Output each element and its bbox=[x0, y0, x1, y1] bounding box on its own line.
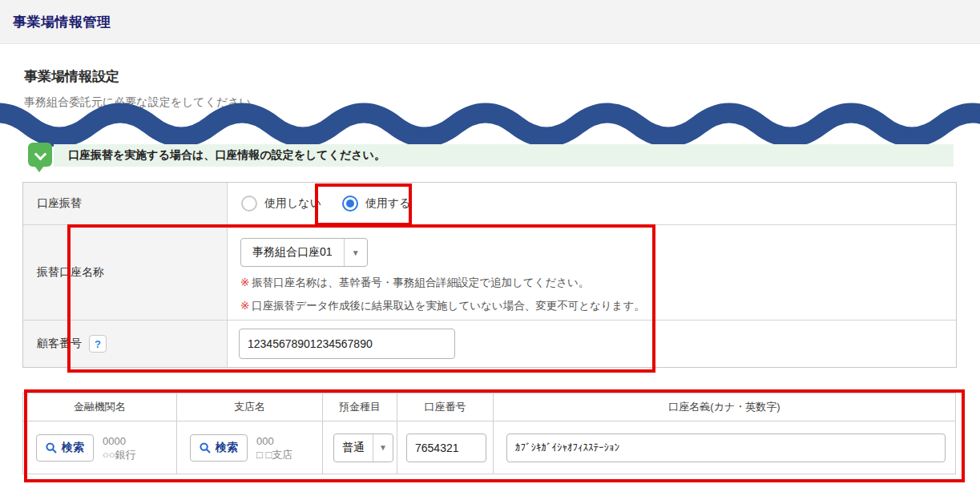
transfer-account-select[interactable]: 事務組合口座01 ▼ bbox=[240, 238, 368, 267]
radio-unchecked-icon[interactable] bbox=[241, 196, 257, 212]
note-marker: ※ bbox=[240, 276, 249, 288]
bank-name: ○○銀行 bbox=[103, 448, 136, 462]
customer-number-input[interactable] bbox=[239, 329, 455, 359]
row-value: 事務組合口座01 ▼ ※振替口座名称は、基幹番号・事務組合詳細設定で追加してくだ… bbox=[228, 225, 956, 320]
row-value bbox=[228, 321, 956, 367]
bank-account-table: 金融機関名 支店名 預金種目 口座番号 口座名義(カナ・英数字) bbox=[22, 393, 956, 474]
branch-code-name: 000 □ □支店 bbox=[256, 434, 292, 462]
account-number-input[interactable] bbox=[406, 434, 486, 462]
chevron-down-icon[interactable]: ▼ bbox=[344, 239, 367, 266]
page-header: 事業場情報管理 bbox=[0, 0, 980, 44]
account-holder-cell bbox=[494, 421, 956, 474]
col-header-account-number: 口座番号 bbox=[397, 393, 494, 421]
radio-label: 使用する bbox=[365, 196, 411, 211]
radio-checked-icon[interactable] bbox=[342, 196, 358, 212]
bank-code: 0000 bbox=[103, 434, 136, 448]
note-marker: ※ bbox=[240, 300, 249, 312]
radio-option-use[interactable]: 使用する bbox=[342, 196, 411, 212]
account-holder-input[interactable] bbox=[506, 434, 946, 462]
deposit-type-cell: 普通 ▼ bbox=[323, 421, 397, 474]
form-row-kokyaku-bangou: 顧客番号 ? bbox=[23, 320, 956, 367]
branch-name: □ □支店 bbox=[256, 448, 292, 462]
deposit-type-select[interactable]: 普通 ▼ bbox=[333, 434, 393, 462]
account-number-cell bbox=[397, 421, 494, 474]
section-title: 事業場情報設定 bbox=[24, 67, 119, 86]
bank-table-header-row: 金融機関名 支店名 預金種目 口座番号 口座名義(カナ・英数字) bbox=[23, 393, 956, 421]
form-row-kouza-furikae: 口座振替 使用しない 使用する bbox=[23, 183, 956, 224]
info-banner: 口座振替を実施する場合は、口座情報の設定をしてください。 bbox=[54, 144, 954, 167]
bank-table-data-row: 検索 0000 ○○銀行 bbox=[23, 421, 956, 474]
row-label-text: 顧客番号 bbox=[37, 337, 82, 351]
row-value: 使用しない 使用する bbox=[228, 183, 956, 224]
chevron-down-icon[interactable]: ▼ bbox=[373, 434, 393, 462]
chevron-down-icon[interactable] bbox=[28, 143, 52, 167]
col-header-bank: 金融機関名 bbox=[23, 393, 177, 421]
select-value: 普通 bbox=[334, 434, 373, 462]
note-text: 振替口座名称は、基幹番号・事務組合詳細設定で追加してください。 bbox=[252, 276, 589, 288]
note-line: ※口座振替データ作成後に結果取込を実施していない場合、変更不可となります。 bbox=[240, 299, 956, 313]
search-icon bbox=[46, 442, 57, 454]
branch-code: 000 bbox=[256, 434, 292, 448]
page-title: 事業場情報管理 bbox=[13, 13, 111, 31]
page: 事業場情報管理 事業場情報設定 事務組合委託元に必要な設定をしてください。 口座… bbox=[0, 0, 980, 492]
search-button-label: 検索 bbox=[216, 441, 238, 455]
select-value: 事務組合口座01 bbox=[241, 239, 344, 266]
search-icon bbox=[200, 442, 211, 454]
col-header-account-holder: 口座名義(カナ・英数字) bbox=[494, 393, 956, 421]
branch-search-button[interactable]: 検索 bbox=[190, 434, 248, 462]
bank-cell: 検索 0000 ○○銀行 bbox=[23, 421, 177, 474]
col-header-branch: 支店名 bbox=[177, 393, 323, 421]
info-banner-text: 口座振替を実施する場合は、口座情報の設定をしてください。 bbox=[68, 148, 385, 163]
row-label: 振替口座名称 bbox=[23, 225, 228, 320]
radio-option-not-use[interactable]: 使用しない bbox=[241, 196, 321, 212]
row-label: 口座振替 bbox=[23, 183, 228, 224]
bank-code-name: 0000 ○○銀行 bbox=[103, 434, 136, 462]
row-label: 顧客番号 ? bbox=[23, 321, 228, 367]
col-header-deposit-type: 預金種目 bbox=[323, 393, 397, 421]
account-transfer-form: 口座振替 使用しない 使用する 振替口座名称 事務組合口座01 ▼ bbox=[22, 182, 957, 368]
search-button-label: 検索 bbox=[62, 441, 84, 455]
help-icon[interactable]: ? bbox=[89, 335, 107, 353]
radio-label: 使用しない bbox=[264, 196, 321, 211]
bank-search-button[interactable]: 検索 bbox=[36, 434, 94, 462]
note-line: ※振替口座名称は、基幹番号・事務組合詳細設定で追加してください。 bbox=[240, 276, 956, 290]
branch-cell: 検索 000 □ □支店 bbox=[177, 421, 323, 474]
form-row-furikae-kouza-meishou: 振替口座名称 事務組合口座01 ▼ ※振替口座名称は、基幹番号・事務組合詳細設定… bbox=[23, 224, 956, 320]
note-text: 口座振替データ作成後に結果取込を実施していない場合、変更不可となります。 bbox=[252, 300, 644, 312]
